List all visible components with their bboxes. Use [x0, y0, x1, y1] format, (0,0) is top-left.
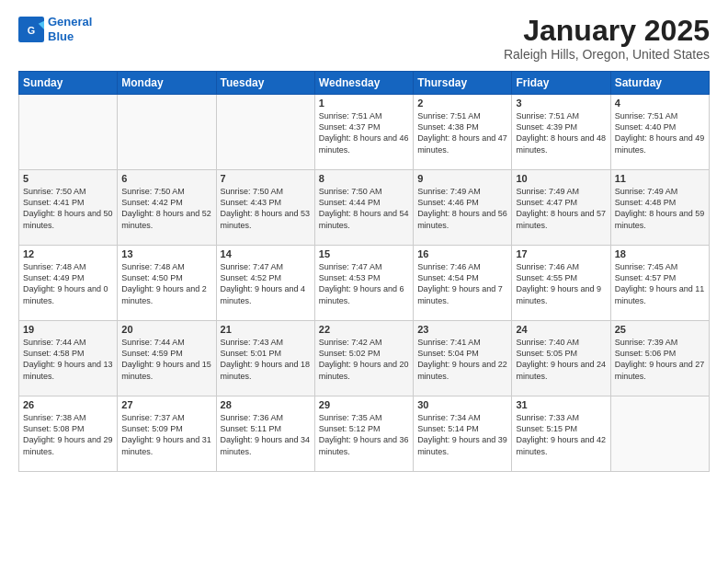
- day-number: 16: [417, 248, 507, 259]
- day-number: 22: [319, 324, 409, 335]
- day-number: 27: [121, 399, 211, 410]
- calendar-cell: 29Sunrise: 7:35 AM Sunset: 5:12 PM Dayli…: [314, 396, 413, 472]
- cell-content: Sunrise: 7:35 AM Sunset: 5:12 PM Dayligh…: [319, 412, 409, 457]
- cell-content: Sunrise: 7:47 AM Sunset: 4:53 PM Dayligh…: [319, 261, 409, 306]
- cell-content: Sunrise: 7:34 AM Sunset: 5:14 PM Dayligh…: [417, 412, 507, 457]
- day-number: 13: [121, 248, 211, 259]
- col-friday: Friday: [512, 72, 610, 95]
- cell-content: Sunrise: 7:51 AM Sunset: 4:37 PM Dayligh…: [319, 110, 409, 155]
- calendar-cell: 5Sunrise: 7:50 AM Sunset: 4:41 PM Daylig…: [19, 170, 118, 246]
- calendar-week-1: 1Sunrise: 7:51 AM Sunset: 4:37 PM Daylig…: [19, 95, 710, 170]
- calendar-week-4: 19Sunrise: 7:44 AM Sunset: 4:58 PM Dayli…: [19, 321, 710, 396]
- calendar-cell: 18Sunrise: 7:45 AM Sunset: 4:57 PM Dayli…: [610, 246, 709, 321]
- calendar-cell: 25Sunrise: 7:39 AM Sunset: 5:06 PM Dayli…: [610, 321, 709, 396]
- cell-content: Sunrise: 7:50 AM Sunset: 4:41 PM Dayligh…: [23, 186, 113, 231]
- cell-content: Sunrise: 7:48 AM Sunset: 4:49 PM Dayligh…: [23, 261, 113, 306]
- calendar-cell: 21Sunrise: 7:43 AM Sunset: 5:01 PM Dayli…: [216, 321, 314, 396]
- day-number: 23: [417, 324, 507, 335]
- cell-content: Sunrise: 7:48 AM Sunset: 4:50 PM Dayligh…: [121, 261, 211, 306]
- calendar-cell: 9Sunrise: 7:49 AM Sunset: 4:46 PM Daylig…: [414, 170, 512, 246]
- cell-content: Sunrise: 7:49 AM Sunset: 4:46 PM Dayligh…: [417, 186, 507, 231]
- calendar-cell: 31Sunrise: 7:33 AM Sunset: 5:15 PM Dayli…: [512, 396, 610, 472]
- calendar-cell: 14Sunrise: 7:47 AM Sunset: 4:52 PM Dayli…: [216, 246, 314, 321]
- cell-content: Sunrise: 7:50 AM Sunset: 4:42 PM Dayligh…: [121, 186, 211, 231]
- calendar-cell: 16Sunrise: 7:46 AM Sunset: 4:54 PM Dayli…: [414, 246, 512, 321]
- cell-content: Sunrise: 7:47 AM Sunset: 4:52 PM Dayligh…: [221, 261, 311, 306]
- logo-line2: Blue: [48, 29, 74, 43]
- calendar-cell: 23Sunrise: 7:41 AM Sunset: 5:04 PM Dayli…: [414, 321, 512, 396]
- cell-content: Sunrise: 7:44 AM Sunset: 4:58 PM Dayligh…: [23, 337, 113, 382]
- day-number: 8: [319, 173, 409, 184]
- calendar-week-5: 26Sunrise: 7:38 AM Sunset: 5:08 PM Dayli…: [19, 396, 710, 472]
- day-number: 19: [23, 324, 113, 335]
- location: Raleigh Hills, Oregon, United States: [504, 47, 710, 62]
- col-monday: Monday: [118, 72, 216, 95]
- day-number: 31: [516, 399, 606, 410]
- calendar-cell: 8Sunrise: 7:50 AM Sunset: 4:44 PM Daylig…: [314, 170, 413, 246]
- day-number: 9: [417, 173, 507, 184]
- day-number: 4: [615, 98, 705, 109]
- day-number: 17: [516, 248, 606, 259]
- svg-text:G: G: [28, 24, 35, 35]
- col-thursday: Thursday: [414, 72, 512, 95]
- calendar-cell: 15Sunrise: 7:47 AM Sunset: 4:53 PM Dayli…: [314, 246, 413, 321]
- calendar-cell: 1Sunrise: 7:51 AM Sunset: 4:37 PM Daylig…: [314, 95, 413, 170]
- calendar-cell: 19Sunrise: 7:44 AM Sunset: 4:58 PM Dayli…: [19, 321, 118, 396]
- day-number: 1: [319, 98, 409, 109]
- calendar-cell: 3Sunrise: 7:51 AM Sunset: 4:39 PM Daylig…: [512, 95, 610, 170]
- calendar-body: 1Sunrise: 7:51 AM Sunset: 4:37 PM Daylig…: [19, 95, 710, 472]
- calendar-table: Sunday Monday Tuesday Wednesday Thursday…: [18, 71, 710, 472]
- calendar-cell: [19, 95, 118, 170]
- day-number: 11: [615, 173, 705, 184]
- calendar-cell: 28Sunrise: 7:36 AM Sunset: 5:11 PM Dayli…: [216, 396, 314, 472]
- day-number: 5: [23, 173, 113, 184]
- cell-content: Sunrise: 7:42 AM Sunset: 5:02 PM Dayligh…: [319, 337, 409, 382]
- col-sunday: Sunday: [19, 72, 118, 95]
- cell-content: Sunrise: 7:33 AM Sunset: 5:15 PM Dayligh…: [516, 412, 606, 457]
- cell-content: Sunrise: 7:51 AM Sunset: 4:39 PM Dayligh…: [516, 110, 606, 155]
- cell-content: Sunrise: 7:46 AM Sunset: 4:54 PM Dayligh…: [417, 261, 507, 306]
- calendar-cell: 24Sunrise: 7:40 AM Sunset: 5:05 PM Dayli…: [512, 321, 610, 396]
- day-number: 29: [319, 399, 409, 410]
- logo-text: General Blue: [48, 15, 92, 43]
- calendar-cell: 17Sunrise: 7:46 AM Sunset: 4:55 PM Dayli…: [512, 246, 610, 321]
- cell-content: Sunrise: 7:37 AM Sunset: 5:09 PM Dayligh…: [121, 412, 211, 457]
- day-number: 3: [516, 98, 606, 109]
- calendar-cell: 10Sunrise: 7:49 AM Sunset: 4:47 PM Dayli…: [512, 170, 610, 246]
- cell-content: Sunrise: 7:46 AM Sunset: 4:55 PM Dayligh…: [516, 261, 606, 306]
- col-tuesday: Tuesday: [216, 72, 314, 95]
- cell-content: Sunrise: 7:38 AM Sunset: 5:08 PM Dayligh…: [23, 412, 113, 457]
- cell-content: Sunrise: 7:51 AM Sunset: 4:38 PM Dayligh…: [417, 110, 507, 155]
- month-title: January 2025: [504, 15, 710, 47]
- day-number: 15: [319, 248, 409, 259]
- calendar-cell: 26Sunrise: 7:38 AM Sunset: 5:08 PM Dayli…: [19, 396, 118, 472]
- header-row: Sunday Monday Tuesday Wednesday Thursday…: [19, 72, 710, 95]
- calendar-week-2: 5Sunrise: 7:50 AM Sunset: 4:41 PM Daylig…: [19, 170, 710, 246]
- calendar-cell: 11Sunrise: 7:49 AM Sunset: 4:48 PM Dayli…: [610, 170, 709, 246]
- day-number: 25: [615, 324, 705, 335]
- calendar-cell: 12Sunrise: 7:48 AM Sunset: 4:49 PM Dayli…: [19, 246, 118, 321]
- title-block: January 2025 Raleigh Hills, Oregon, Unit…: [504, 15, 710, 62]
- day-number: 20: [121, 324, 211, 335]
- day-number: 30: [417, 399, 507, 410]
- cell-content: Sunrise: 7:44 AM Sunset: 4:59 PM Dayligh…: [121, 337, 211, 382]
- cell-content: Sunrise: 7:39 AM Sunset: 5:06 PM Dayligh…: [615, 337, 705, 382]
- calendar-week-3: 12Sunrise: 7:48 AM Sunset: 4:49 PM Dayli…: [19, 246, 710, 321]
- calendar-cell: 13Sunrise: 7:48 AM Sunset: 4:50 PM Dayli…: [118, 246, 216, 321]
- calendar-cell: 27Sunrise: 7:37 AM Sunset: 5:09 PM Dayli…: [118, 396, 216, 472]
- logo: G General Blue: [18, 15, 92, 43]
- day-number: 12: [23, 248, 113, 259]
- day-number: 2: [417, 98, 507, 109]
- cell-content: Sunrise: 7:41 AM Sunset: 5:04 PM Dayligh…: [417, 337, 507, 382]
- calendar-cell: 2Sunrise: 7:51 AM Sunset: 4:38 PM Daylig…: [414, 95, 512, 170]
- day-number: 26: [23, 399, 113, 410]
- cell-content: Sunrise: 7:40 AM Sunset: 5:05 PM Dayligh…: [516, 337, 606, 382]
- logo-icon: G: [18, 17, 44, 42]
- day-number: 14: [221, 248, 311, 259]
- logo-line1: General: [48, 15, 92, 29]
- day-number: 21: [221, 324, 311, 335]
- calendar-header: Sunday Monday Tuesday Wednesday Thursday…: [19, 72, 710, 95]
- col-wednesday: Wednesday: [314, 72, 413, 95]
- cell-content: Sunrise: 7:51 AM Sunset: 4:40 PM Dayligh…: [615, 110, 705, 155]
- day-number: 7: [221, 173, 311, 184]
